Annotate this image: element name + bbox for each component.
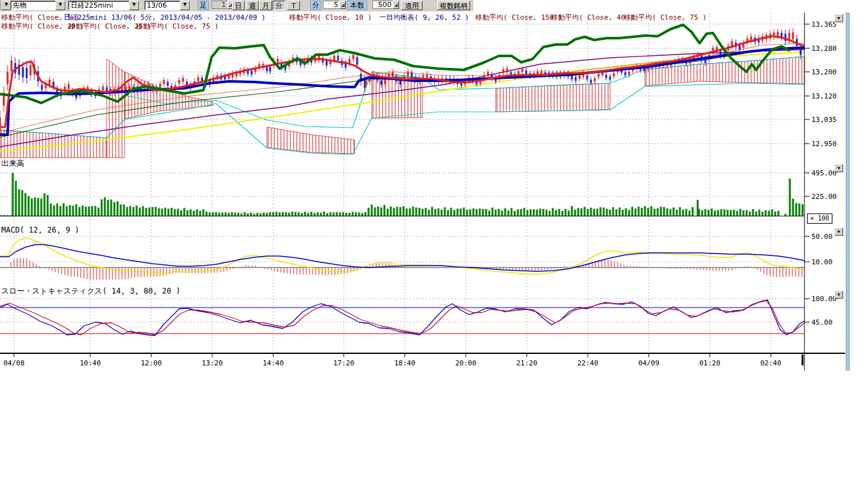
symbol-select[interactable]: 日経225mini ▼: [68, 1, 140, 10]
legend-item: 移動平均( Close, 75 ): [624, 13, 707, 22]
spinner-icon[interactable]: ◢: [393, 1, 399, 9]
svg-text:495.00: 495.00: [811, 169, 837, 177]
svg-text:20:00: 20:00: [455, 359, 476, 367]
svg-text:10:40: 10:40: [79, 359, 100, 367]
bar-type-label: 足: [198, 1, 209, 10]
svg-text:22:40: 22:40: [577, 359, 598, 367]
svg-text:14:40: 14:40: [262, 359, 283, 367]
contract-month-value: 13/06: [145, 1, 180, 10]
svg-text:13,365: 13,365: [811, 20, 837, 29]
spinner-icon[interactable]: ◢: [339, 1, 346, 9]
minute-label: 分: [310, 1, 322, 10]
svg-text:45.00: 45.00: [811, 318, 832, 327]
dropdown-arrow-icon[interactable]: ▼: [55, 1, 65, 10]
svg-text:13,120: 13,120: [811, 92, 837, 100]
period-month-button[interactable]: 月: [259, 1, 272, 10]
macd-plot: [0, 238, 804, 280]
svg-text:13,035: 13,035: [811, 116, 837, 124]
legend-item: 一目均衡表( 9, 26, 52 ): [379, 13, 469, 22]
chart-application-window: 04/0810:4012:0013:2014:4017:2018:4020:00…: [0, 0, 868, 488]
period-week-button[interactable]: 週: [246, 1, 259, 10]
dropdown-arrow-icon[interactable]: ▼: [180, 1, 190, 10]
symbol-select-value: 日経225mini: [69, 1, 129, 10]
contract-month-select[interactable]: 13/06 ▼: [144, 1, 191, 10]
apply-button[interactable]: 適用: [401, 1, 423, 10]
bar-count-stepper[interactable]: ◢: [372, 1, 399, 10]
minute-stepper[interactable]: ◢: [323, 1, 346, 10]
svg-text:50.00: 50.00: [811, 233, 832, 241]
svg-text:10.00: 10.00: [811, 258, 832, 266]
macd-panel-title: MACD( 12, 26, 9 ): [1, 226, 79, 234]
period-day-button[interactable]: 日: [232, 1, 245, 10]
legend-item: 移動平均( Close, 150 ): [475, 13, 562, 22]
volume-bars: [0, 173, 804, 216]
period-minute-button[interactable]: 分: [273, 1, 285, 10]
svg-text:17:20: 17:20: [333, 359, 354, 367]
svg-text:100.00: 100.00: [811, 295, 837, 303]
stochastics-panel-collapse-button[interactable]: ▼: [834, 290, 843, 299]
svg-text:13:20: 13:20: [201, 359, 222, 367]
market-select-value: 先物: [11, 1, 55, 10]
svg-text:02:40: 02:40: [760, 359, 781, 367]
chart-canvas: 04/0810:4012:0013:2014:4017:2018:4020:00…: [0, 0, 868, 381]
volume-panel-collapse-button[interactable]: ▼: [834, 164, 843, 172]
svg-text:04/09: 04/09: [638, 359, 659, 367]
legend-item: 移動平均( Close, 10 ): [289, 13, 372, 22]
svg-text:04/08: 04/08: [3, 359, 24, 367]
multi-symbol-button[interactable]: 複数銘柄: [437, 1, 470, 10]
legend-item: 移動平均( Close, 75 ): [136, 22, 219, 31]
svg-text:225.00: 225.00: [811, 193, 837, 201]
collapsed-combo[interactable]: ▼: [1, 1, 10, 10]
legend-item: 移動平均( Close, 40 ): [551, 13, 634, 22]
vertical-scrollbar[interactable]: [846, 13, 850, 370]
price-panel-collapse-button[interactable]: ▼: [834, 14, 843, 22]
market-select[interactable]: 先物 ▼: [10, 1, 66, 10]
volume-multiplier-badge: × 100: [807, 214, 832, 224]
bar-count-input[interactable]: [372, 1, 393, 9]
svg-text:21:20: 21:20: [516, 359, 537, 367]
bar-interval-stepper[interactable]: ◢: [212, 1, 233, 10]
macd-panel-collapse-button[interactable]: ▼: [834, 227, 843, 236]
dropdown-arrow-icon[interactable]: ▼: [129, 1, 139, 10]
legend-item: 日経225mini 13/06( 5分, 2013/04/05 - 2013/0…: [64, 13, 266, 22]
svg-text:13,280: 13,280: [811, 44, 837, 53]
period-tick-button[interactable]: T: [287, 1, 300, 10]
stochastics-panel-title: スロー・ストキャスティクス( 14, 3, 80, 20 ): [1, 286, 180, 297]
svg-text:01:20: 01:20: [699, 359, 720, 367]
svg-text:12:00: 12:00: [140, 359, 161, 367]
svg-text:13,200: 13,200: [811, 68, 837, 76]
volume-panel-title: 出来高: [1, 158, 24, 169]
bar-count-label: 本数: [347, 1, 367, 10]
minute-input[interactable]: [323, 1, 339, 9]
ichimoku-cloud: [0, 57, 804, 158]
svg-text:18:40: 18:40: [394, 359, 415, 367]
bar-interval-input[interactable]: [212, 1, 227, 9]
stochastics-plot: [0, 300, 804, 336]
toolbar: ▼ 先物 ▼ 日経225mini ▼ 13/06 ▼ 足 ◢ 日 週 月 分 T…: [0, 0, 473, 11]
svg-text:12,950: 12,950: [811, 140, 837, 148]
